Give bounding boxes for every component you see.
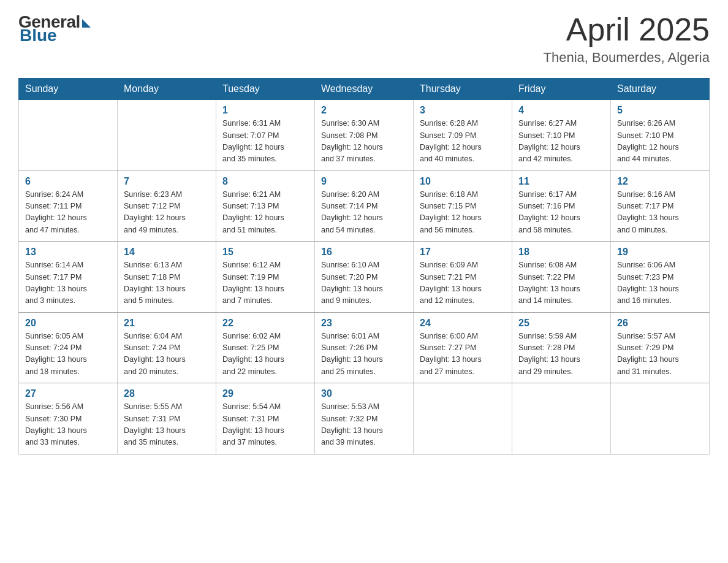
day-info: Sunrise: 6:02 AMSunset: 7:25 PMDaylight:… <box>222 331 308 378</box>
calendar-cell: 1Sunrise: 6:31 AMSunset: 7:07 PMDaylight… <box>216 100 315 171</box>
day-info: Sunrise: 6:14 AMSunset: 7:17 PMDaylight:… <box>25 259 111 307</box>
day-info: Sunrise: 6:26 AMSunset: 7:10 PMDaylight:… <box>617 118 703 166</box>
page-header: General Blue April 2025 Thenia, Boumerde… <box>18 12 710 66</box>
calendar-cell: 12Sunrise: 6:16 AMSunset: 7:17 PMDayligh… <box>611 170 710 242</box>
calendar-cell: 20Sunrise: 6:05 AMSunset: 7:24 PMDayligh… <box>19 312 118 383</box>
day-info: Sunrise: 6:16 AMSunset: 7:17 PMDaylight:… <box>617 189 703 237</box>
day-number: 28 <box>124 388 210 399</box>
calendar-cell: 26Sunrise: 5:57 AMSunset: 7:29 PMDayligh… <box>611 312 710 383</box>
calendar-cell <box>19 100 118 171</box>
calendar-cell: 16Sunrise: 6:10 AMSunset: 7:20 PMDayligh… <box>315 242 414 313</box>
day-info: Sunrise: 6:18 AMSunset: 7:15 PMDaylight:… <box>420 189 506 237</box>
weekday-header: Monday <box>118 79 216 100</box>
calendar-cell: 28Sunrise: 5:55 AMSunset: 7:31 PMDayligh… <box>118 383 216 454</box>
day-info: Sunrise: 6:12 AMSunset: 7:19 PMDaylight:… <box>222 259 308 307</box>
calendar-week-row: 6Sunrise: 6:24 AMSunset: 7:11 PMDaylight… <box>19 170 710 242</box>
calendar-cell: 10Sunrise: 6:18 AMSunset: 7:15 PMDayligh… <box>414 170 512 242</box>
month-title: April 2025 <box>544 12 710 47</box>
calendar-cell: 13Sunrise: 6:14 AMSunset: 7:17 PMDayligh… <box>19 242 118 313</box>
day-number: 29 <box>222 388 308 399</box>
day-number: 23 <box>321 318 407 329</box>
day-info: Sunrise: 5:59 AMSunset: 7:28 PMDaylight:… <box>518 331 604 378</box>
day-number: 26 <box>617 318 703 329</box>
weekday-header: Saturday <box>611 79 710 100</box>
calendar-cell: 3Sunrise: 6:28 AMSunset: 7:09 PMDaylight… <box>414 100 512 171</box>
weekday-header: Sunday <box>19 79 118 100</box>
calendar-cell: 24Sunrise: 6:00 AMSunset: 7:27 PMDayligh… <box>414 312 512 383</box>
day-info: Sunrise: 6:06 AMSunset: 7:23 PMDaylight:… <box>617 259 703 307</box>
day-number: 2 <box>321 105 407 116</box>
calendar-cell: 14Sunrise: 6:13 AMSunset: 7:18 PMDayligh… <box>118 242 216 313</box>
calendar-cell: 9Sunrise: 6:20 AMSunset: 7:14 PMDaylight… <box>315 170 414 242</box>
day-info: Sunrise: 5:56 AMSunset: 7:30 PMDaylight:… <box>25 401 111 449</box>
calendar-week-row: 13Sunrise: 6:14 AMSunset: 7:17 PMDayligh… <box>19 242 710 313</box>
day-number: 14 <box>124 247 210 258</box>
day-number: 24 <box>420 318 506 329</box>
day-number: 22 <box>222 318 308 329</box>
calendar-cell: 7Sunrise: 6:23 AMSunset: 7:12 PMDaylight… <box>118 170 216 242</box>
calendar-cell: 18Sunrise: 6:08 AMSunset: 7:22 PMDayligh… <box>512 242 611 313</box>
calendar-cell: 15Sunrise: 6:12 AMSunset: 7:19 PMDayligh… <box>216 242 315 313</box>
calendar-cell: 8Sunrise: 6:21 AMSunset: 7:13 PMDaylight… <box>216 170 315 242</box>
location-title: Thenia, Boumerdes, Algeria <box>544 50 710 66</box>
day-info: Sunrise: 6:28 AMSunset: 7:09 PMDaylight:… <box>420 118 506 166</box>
calendar-cell: 22Sunrise: 6:02 AMSunset: 7:25 PMDayligh… <box>216 312 315 383</box>
day-info: Sunrise: 6:00 AMSunset: 7:27 PMDaylight:… <box>420 331 506 378</box>
day-info: Sunrise: 6:30 AMSunset: 7:08 PMDaylight:… <box>321 118 407 166</box>
weekday-header: Thursday <box>414 79 512 100</box>
day-number: 5 <box>617 105 703 116</box>
calendar-cell <box>414 383 512 454</box>
day-info: Sunrise: 6:08 AMSunset: 7:22 PMDaylight:… <box>518 259 604 307</box>
calendar-week-row: 1Sunrise: 6:31 AMSunset: 7:07 PMDaylight… <box>19 100 710 171</box>
day-number: 4 <box>518 105 604 116</box>
day-number: 27 <box>25 388 111 399</box>
day-info: Sunrise: 6:10 AMSunset: 7:20 PMDaylight:… <box>321 259 407 307</box>
day-number: 15 <box>222 247 308 258</box>
calendar-cell: 6Sunrise: 6:24 AMSunset: 7:11 PMDaylight… <box>19 170 118 242</box>
day-info: Sunrise: 6:24 AMSunset: 7:11 PMDaylight:… <box>25 189 111 237</box>
calendar-cell: 27Sunrise: 5:56 AMSunset: 7:30 PMDayligh… <box>19 383 118 454</box>
day-number: 11 <box>518 176 604 187</box>
calendar-week-row: 27Sunrise: 5:56 AMSunset: 7:30 PMDayligh… <box>19 383 710 454</box>
calendar-cell: 21Sunrise: 6:04 AMSunset: 7:24 PMDayligh… <box>118 312 216 383</box>
day-number: 20 <box>25 318 111 329</box>
logo-arrow-icon <box>82 19 91 28</box>
day-number: 18 <box>518 247 604 258</box>
weekday-header: Wednesday <box>315 79 414 100</box>
logo-blue-text: Blue <box>20 26 57 45</box>
day-number: 21 <box>124 318 210 329</box>
calendar-cell: 5Sunrise: 6:26 AMSunset: 7:10 PMDaylight… <box>611 100 710 171</box>
day-number: 6 <box>25 176 111 187</box>
day-number: 19 <box>617 247 703 258</box>
day-info: Sunrise: 5:54 AMSunset: 7:31 PMDaylight:… <box>222 401 308 449</box>
day-number: 13 <box>25 247 111 258</box>
day-info: Sunrise: 5:57 AMSunset: 7:29 PMDaylight:… <box>617 331 703 378</box>
calendar-cell: 11Sunrise: 6:17 AMSunset: 7:16 PMDayligh… <box>512 170 611 242</box>
day-number: 8 <box>222 176 308 187</box>
calendar-cell: 19Sunrise: 6:06 AMSunset: 7:23 PMDayligh… <box>611 242 710 313</box>
day-info: Sunrise: 5:55 AMSunset: 7:31 PMDaylight:… <box>124 401 210 449</box>
day-number: 10 <box>420 176 506 187</box>
calendar-cell <box>512 383 611 454</box>
day-info: Sunrise: 6:27 AMSunset: 7:10 PMDaylight:… <box>518 118 604 166</box>
calendar-cell: 23Sunrise: 6:01 AMSunset: 7:26 PMDayligh… <box>315 312 414 383</box>
calendar-week-row: 20Sunrise: 6:05 AMSunset: 7:24 PMDayligh… <box>19 312 710 383</box>
day-info: Sunrise: 5:53 AMSunset: 7:32 PMDaylight:… <box>321 401 407 449</box>
calendar-cell: 30Sunrise: 5:53 AMSunset: 7:32 PMDayligh… <box>315 383 414 454</box>
day-number: 12 <box>617 176 703 187</box>
calendar-cell: 17Sunrise: 6:09 AMSunset: 7:21 PMDayligh… <box>414 242 512 313</box>
day-number: 17 <box>420 247 506 258</box>
calendar-cell <box>611 383 710 454</box>
weekday-header: Friday <box>512 79 611 100</box>
day-number: 25 <box>518 318 604 329</box>
day-number: 3 <box>420 105 506 116</box>
day-info: Sunrise: 6:13 AMSunset: 7:18 PMDaylight:… <box>124 259 210 307</box>
weekday-header: Tuesday <box>216 79 315 100</box>
calendar-cell: 4Sunrise: 6:27 AMSunset: 7:10 PMDaylight… <box>512 100 611 171</box>
day-info: Sunrise: 6:04 AMSunset: 7:24 PMDaylight:… <box>124 331 210 378</box>
day-info: Sunrise: 6:01 AMSunset: 7:26 PMDaylight:… <box>321 331 407 378</box>
day-info: Sunrise: 6:17 AMSunset: 7:16 PMDaylight:… <box>518 189 604 237</box>
calendar-cell <box>118 100 216 171</box>
day-number: 9 <box>321 176 407 187</box>
day-number: 30 <box>321 388 407 399</box>
